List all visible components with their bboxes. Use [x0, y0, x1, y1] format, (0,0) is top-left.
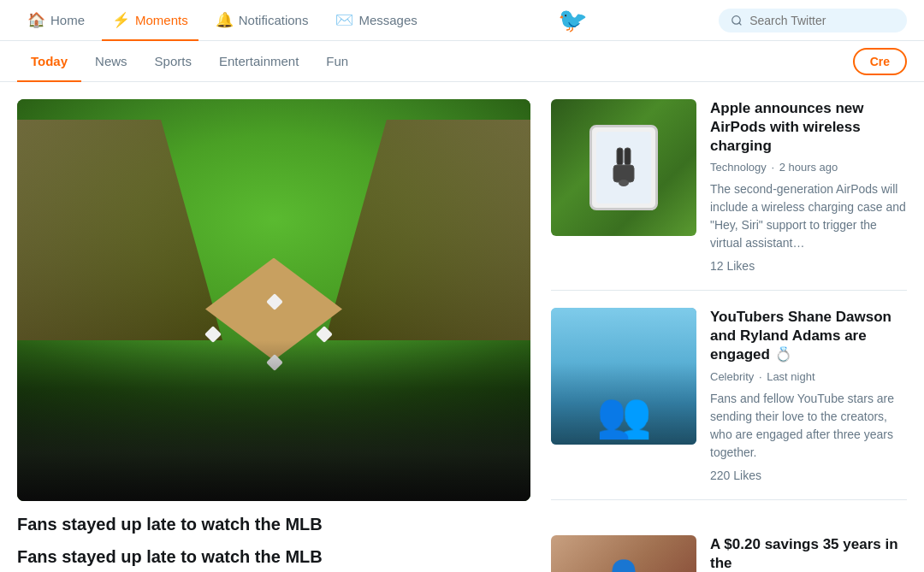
- nav-right: [719, 9, 907, 32]
- top-navigation: 🏠 Home ⚡ Moments 🔔 Notifications ✉️ Mess…: [0, 0, 924, 41]
- baseball-field: [17, 99, 530, 501]
- nav-home-label: Home: [50, 13, 85, 27]
- meta-dot: ·: [771, 161, 777, 174]
- subnav-news[interactable]: News: [81, 41, 141, 82]
- airpods-svg: [607, 146, 641, 189]
- subnav-entertainment[interactable]: Entertainment: [205, 41, 312, 82]
- bottom-row: Fans stayed up late to watch the MLB 👤 A…: [0, 535, 924, 572]
- search-icon: [731, 14, 743, 27]
- create-button[interactable]: Cre: [853, 48, 907, 75]
- svg-rect-2: [625, 148, 631, 165]
- main-content: Fans stayed up late to watch the MLB: [0, 82, 924, 535]
- hero-image[interactable]: [17, 99, 530, 501]
- nav-moments[interactable]: ⚡ Moments: [102, 0, 198, 41]
- search-box[interactable]: [719, 9, 907, 32]
- crowd-overlay: [17, 340, 530, 501]
- sub-nav-right: Cre: [853, 48, 907, 75]
- lightning-icon: ⚡: [112, 11, 130, 29]
- story-time-airpods: 2 hours ago: [779, 161, 838, 174]
- person-emoji: 👤: [602, 558, 645, 573]
- story-content-airpods: Apple announces new AirPods with wireles…: [710, 99, 907, 273]
- bottom-thumb: 👤: [551, 535, 696, 572]
- tablet-screen: [596, 132, 651, 203]
- search-input[interactable]: [749, 14, 895, 27]
- story-title-airpods: Apple announces new AirPods with wireles…: [710, 99, 907, 156]
- tablet-graphic: [589, 125, 658, 210]
- story-excerpt-youtubers: Fans and fellow YouTube stars are sendin…: [710, 390, 907, 462]
- person-image: 👤: [551, 535, 696, 572]
- nav-messages[interactable]: ✉️ Messages: [325, 0, 427, 41]
- people-emoji: 👥: [596, 389, 652, 441]
- youtubers-image: 👥: [551, 308, 696, 445]
- right-panel: Apple announces new AirPods with wireles…: [551, 99, 907, 535]
- bottom-right[interactable]: 👤 A $0.20 savings 35 years in the: [551, 535, 907, 572]
- story-excerpt-airpods: The second-generation AirPods will inclu…: [710, 180, 907, 252]
- story-likes-youtubers: 220 Likes: [710, 469, 907, 482]
- svg-point-4: [619, 180, 629, 186]
- subnav-fun[interactable]: Fun: [312, 41, 362, 82]
- bell-icon: 🔔: [216, 11, 234, 29]
- story-meta-airpods: Technology · 2 hours ago: [710, 161, 907, 174]
- home-icon: 🏠: [27, 11, 45, 29]
- svg-point-0: [732, 15, 740, 23]
- subnav-today[interactable]: Today: [17, 41, 81, 82]
- nav-home[interactable]: 🏠 Home: [17, 0, 95, 41]
- envelope-icon: ✉️: [335, 11, 353, 29]
- story-likes-airpods: 12 Likes: [710, 259, 907, 273]
- svg-rect-1: [617, 148, 623, 165]
- nav-moments-label: Moments: [135, 13, 188, 27]
- left-panel: Fans stayed up late to watch the MLB: [17, 99, 530, 535]
- bottom-left-caption: Fans stayed up late to watch the MLB: [17, 535, 530, 567]
- story-content-youtubers: YouTubers Shane Dawson and Ryland Adams …: [710, 308, 907, 481]
- bottom-story-title: A $0.20 savings 35 years in the: [710, 535, 907, 572]
- nav-center: 🐦: [428, 6, 719, 34]
- subnav-sports[interactable]: Sports: [141, 41, 205, 82]
- story-thumb-youtubers: 👥: [551, 308, 696, 445]
- meta-dot-2: ·: [759, 370, 765, 383]
- story-card-youtubers[interactable]: 👥 YouTubers Shane Dawson and Ryland Adam…: [551, 291, 907, 499]
- nav-left-items: 🏠 Home ⚡ Moments 🔔 Notifications ✉️ Mess…: [17, 0, 428, 41]
- story-card-airpods[interactable]: Apple announces new AirPods with wireles…: [551, 99, 907, 291]
- story-category-youtubers: Celebrity: [710, 370, 754, 383]
- hero-caption: Fans stayed up late to watch the MLB: [17, 513, 530, 535]
- sub-navigation: Today News Sports Entertainment Fun Cre: [0, 41, 924, 82]
- nav-messages-label: Messages: [358, 13, 417, 27]
- nav-notifications[interactable]: 🔔 Notifications: [205, 0, 319, 41]
- story-title-youtubers: YouTubers Shane Dawson and Ryland Adams …: [710, 308, 907, 364]
- airpods-image: [551, 99, 696, 236]
- bottom-left: Fans stayed up late to watch the MLB: [17, 535, 530, 572]
- story-meta-youtubers: Celebrity · Last night: [710, 370, 907, 383]
- story-category-airpods: Technology: [710, 161, 767, 174]
- nav-notifications-label: Notifications: [239, 13, 309, 27]
- story-time-youtubers: Last night: [767, 370, 814, 383]
- twitter-logo: 🐦: [558, 6, 588, 34]
- story-thumb-airpods: [551, 99, 696, 236]
